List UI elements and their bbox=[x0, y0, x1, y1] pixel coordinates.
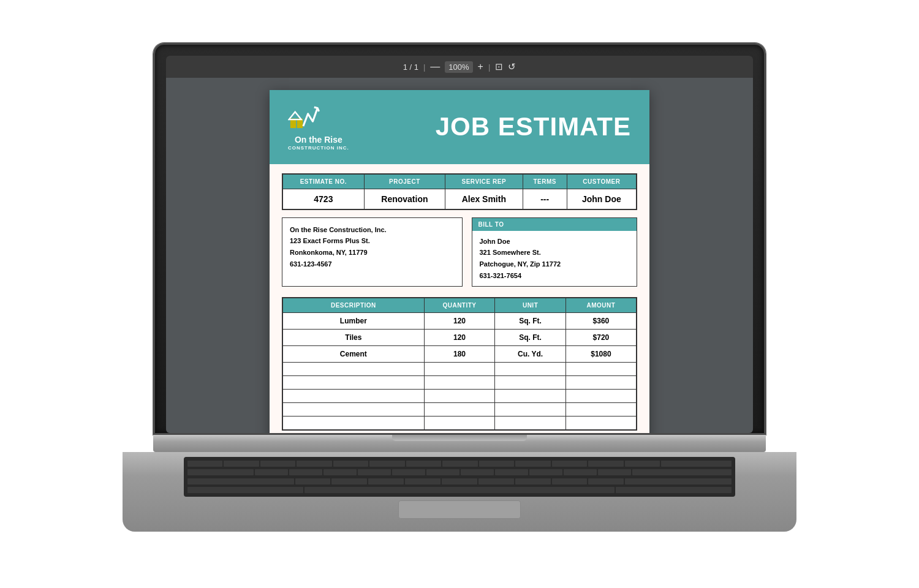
screen-bezel: 1 / 1 | — 100% + | ⊡ ↺ bbox=[166, 56, 753, 433]
key bbox=[187, 487, 303, 493]
key bbox=[187, 478, 294, 484]
item-amount-5 bbox=[565, 390, 637, 403]
keyboard-row-4 bbox=[187, 487, 732, 493]
estimate-info-section: ESTIMATE NO. PROJECT SERVICE REP TERMS C… bbox=[270, 164, 649, 210]
col-header-estimate-no: ESTIMATE NO. bbox=[282, 174, 364, 189]
logo-house-br bbox=[297, 124, 303, 128]
key bbox=[368, 478, 404, 484]
key bbox=[661, 461, 732, 467]
item-quantity-7 bbox=[424, 417, 495, 430]
bill-to-box: BILL TO John Doe 321 Somewhere St. Patch… bbox=[472, 217, 638, 287]
key bbox=[479, 461, 514, 467]
key bbox=[297, 461, 331, 467]
address-line3: Ronkonkoma, NY, 11779 bbox=[290, 247, 455, 258]
logo-name: On the Rise bbox=[288, 134, 349, 145]
key bbox=[426, 469, 460, 475]
customer-value: John Doe bbox=[567, 189, 637, 209]
key bbox=[552, 461, 587, 467]
item-quantity-0: 120 bbox=[424, 313, 495, 330]
item-amount-4 bbox=[565, 376, 637, 390]
key bbox=[442, 461, 477, 467]
zoom-out-button[interactable]: — bbox=[430, 62, 440, 72]
item-quantity-4 bbox=[424, 376, 495, 390]
item-description-3 bbox=[282, 363, 424, 376]
bill-to-line1: John Doe bbox=[480, 236, 630, 247]
estimate-info-table: ESTIMATE NO. PROJECT SERVICE REP TERMS C… bbox=[282, 173, 637, 210]
document-title: JOB ESTIMATE bbox=[436, 112, 631, 141]
laptop: 1 / 1 | — 100% + | ⊡ ↺ bbox=[123, 43, 796, 545]
address-section: On the Rise Construction, Inc. 123 Exact… bbox=[270, 210, 649, 295]
items-col-quantity: QUANTITY bbox=[424, 298, 495, 313]
logo-tagline: CONSTRUCTION INC. bbox=[288, 145, 349, 151]
company-logo: On the Rise CONSTRUCTION INC. bbox=[288, 102, 349, 152]
key bbox=[187, 461, 222, 467]
laptop-hinge bbox=[392, 435, 527, 441]
key bbox=[406, 461, 441, 467]
key bbox=[331, 478, 367, 484]
item-amount-3 bbox=[565, 363, 637, 376]
touchpad[interactable] bbox=[398, 500, 521, 519]
key bbox=[442, 478, 477, 484]
item-description-6 bbox=[282, 403, 424, 417]
item-unit-5 bbox=[495, 390, 566, 403]
item-description-2: Cement bbox=[282, 346, 424, 363]
key bbox=[255, 469, 288, 475]
item-quantity-1: 120 bbox=[424, 330, 495, 346]
laptop-hinge-area bbox=[153, 435, 766, 452]
col-header-service-rep: SERVICE REP bbox=[445, 174, 523, 189]
key bbox=[588, 461, 623, 467]
laptop-keyboard-base bbox=[123, 452, 796, 532]
address-line2: 123 Exact Forms Plus St. bbox=[290, 235, 455, 247]
item-amount-7 bbox=[565, 417, 637, 430]
document-page: On the Rise CONSTRUCTION INC. JOB ESTIMA… bbox=[270, 90, 649, 433]
key bbox=[478, 478, 514, 484]
bill-to-content: John Doe 321 Somewhere St. Patchogue, NY… bbox=[472, 231, 637, 287]
item-unit-3 bbox=[495, 363, 566, 376]
estimate-no-value: 4723 bbox=[282, 189, 364, 209]
document-header: On the Rise CONSTRUCTION INC. JOB ESTIMA… bbox=[270, 90, 649, 164]
key bbox=[625, 461, 660, 467]
item-unit-6 bbox=[495, 403, 566, 417]
item-quantity-2: 180 bbox=[424, 346, 495, 363]
key bbox=[333, 461, 368, 467]
keyboard-row-3 bbox=[187, 478, 732, 484]
keyboard-row-1 bbox=[187, 461, 732, 467]
rotate-icon[interactable]: ↺ bbox=[508, 61, 516, 72]
key bbox=[616, 487, 732, 493]
item-unit-2: Cu. Yd. bbox=[495, 346, 566, 363]
pdf-content-area: On the Rise CONSTRUCTION INC. JOB ESTIMA… bbox=[166, 78, 753, 433]
item-amount-2: $1080 bbox=[565, 346, 637, 363]
zoom-level: 100% bbox=[445, 61, 472, 73]
item-quantity-3 bbox=[424, 363, 495, 376]
logo-chart-line bbox=[303, 108, 317, 126]
items-table: DESCRIPTION QUANTITY UNIT AMOUNT Lumber1… bbox=[282, 297, 637, 431]
key bbox=[495, 469, 528, 475]
key bbox=[289, 469, 322, 475]
service-rep-value: Alex Smith bbox=[445, 189, 523, 209]
key bbox=[515, 461, 550, 467]
bill-to-line3: Patchogue, NY, Zip 11772 bbox=[480, 258, 630, 270]
key bbox=[564, 469, 597, 475]
toolbar-separator: | bbox=[423, 62, 425, 72]
item-description-7 bbox=[282, 417, 424, 430]
items-section: DESCRIPTION QUANTITY UNIT AMOUNT Lumber1… bbox=[270, 294, 649, 433]
fit-page-icon[interactable]: ⊡ bbox=[495, 61, 503, 72]
key bbox=[632, 469, 732, 475]
logo-house-bl bbox=[290, 124, 296, 128]
key bbox=[224, 461, 259, 467]
project-value: Renovation bbox=[364, 189, 445, 209]
terms-value: --- bbox=[523, 189, 567, 209]
key bbox=[598, 469, 631, 475]
key bbox=[369, 461, 404, 467]
col-header-terms: TERMS bbox=[523, 174, 567, 189]
key bbox=[358, 469, 391, 475]
col-header-customer: CUSTOMER bbox=[567, 174, 637, 189]
bill-to-header: BILL TO bbox=[472, 218, 637, 231]
zoom-in-button[interactable]: + bbox=[478, 62, 483, 72]
keyboard bbox=[184, 457, 735, 497]
item-unit-4 bbox=[495, 376, 566, 390]
key bbox=[552, 478, 588, 484]
key bbox=[405, 478, 441, 484]
key bbox=[588, 478, 624, 484]
laptop-screen: 1 / 1 | — 100% + | ⊡ ↺ bbox=[153, 43, 766, 435]
